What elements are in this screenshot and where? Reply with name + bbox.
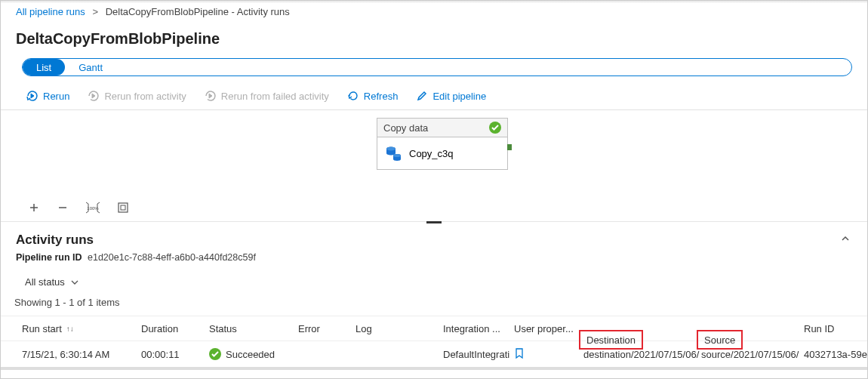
rerun-from-activity-button: Rerun from activity (88, 90, 186, 102)
view-toggle-list[interactable]: List (23, 59, 65, 75)
view-toggle: List Gantt (22, 58, 852, 76)
rerun-button[interactable]: Rerun (26, 90, 69, 102)
rerun-from-failed-button: Rerun from failed activity (205, 90, 329, 102)
rerun-activity-icon (88, 90, 100, 102)
breadcrumb-separator: > (92, 6, 98, 17)
pipeline-run-id-value: e1d20e1c-7c88-4eff-a6b0-a440fd28c59f (88, 252, 256, 263)
pipeline-canvas[interactable]: Copy data Copy_c3q (1, 110, 867, 197)
success-check-icon (489, 122, 501, 134)
cell-run-id: 4032713a-59e0-41 (804, 349, 867, 360)
zoom-out-button[interactable] (57, 202, 69, 214)
col-integration[interactable]: Integration ... (443, 323, 514, 334)
chevron-up-icon (840, 233, 851, 244)
col-error[interactable]: Error (298, 323, 356, 334)
activity-name: Copy_c3q (409, 148, 454, 159)
refresh-button[interactable]: Refresh (347, 90, 399, 102)
cell-source: source/2021/07/15/06/ (701, 349, 804, 360)
activity-card-copy[interactable]: Copy data Copy_c3q (377, 118, 508, 170)
bookmark-icon (514, 348, 525, 359)
breadcrumb-current: DeltaCopyFromBlobPipeline - Activity run… (106, 6, 290, 17)
col-user-properties[interactable]: User proper... (514, 323, 583, 334)
zoom-in-button[interactable] (28, 202, 40, 214)
activity-output-port[interactable] (507, 144, 512, 150)
sort-arrows-icon: ↑↓ (66, 325, 74, 333)
svg-text:100%: 100% (87, 206, 99, 211)
cell-duration: 00:00:11 (141, 349, 209, 360)
activity-runs-heading: Activity runs (16, 233, 94, 248)
svg-point-4 (393, 154, 401, 157)
zoom-100-button[interactable]: 100% (85, 202, 100, 214)
cell-user-properties[interactable] (514, 348, 583, 361)
view-toggle-gantt[interactable]: Gantt (65, 59, 116, 75)
col-status[interactable]: Status (209, 323, 298, 334)
zoom-fit-button[interactable] (117, 202, 129, 214)
col-log[interactable]: Log (356, 323, 443, 334)
database-icon (385, 145, 402, 162)
svg-rect-6 (119, 203, 128, 212)
chevron-down-icon (71, 279, 78, 286)
col-run-id[interactable]: Run ID (804, 323, 867, 334)
cell-integration: DefaultIntegrati (443, 349, 514, 360)
col-duration[interactable]: Duration (141, 323, 209, 334)
activity-table-header: Run start ↑↓ Duration Status Error Log I… (1, 316, 867, 341)
panel-resize-handle[interactable] (1, 222, 867, 225)
refresh-icon (347, 90, 359, 102)
success-check-icon (209, 348, 221, 360)
rerun-icon (26, 90, 38, 102)
svg-rect-7 (121, 205, 125, 210)
showing-count: Showing 1 - 1 of 1 items (1, 295, 867, 316)
pipeline-run-id-row: Pipeline run ID e1d20e1c-7c88-4eff-a6b0-… (1, 251, 867, 273)
col-run-start[interactable]: Run start ↑↓ (22, 323, 141, 334)
status-filter-dropdown[interactable]: All status (16, 273, 867, 291)
rerun-failed-icon (205, 90, 217, 102)
pencil-icon (416, 90, 428, 102)
page-title: DeltaCopyFromBlobPipeline (1, 21, 867, 58)
breadcrumb: All pipeline runs > DeltaCopyFromBlobPip… (1, 3, 867, 21)
breadcrumb-root-link[interactable]: All pipeline runs (16, 6, 85, 17)
cell-status: Succeeded (209, 348, 298, 360)
activity-type-label: Copy data (383, 122, 428, 134)
svg-point-2 (386, 147, 396, 151)
cell-destination: destination/2021/07/15/06/ (583, 349, 701, 360)
cell-run-start: 7/15/21, 6:30:14 AM (22, 349, 141, 360)
edit-pipeline-button[interactable]: Edit pipeline (416, 90, 486, 102)
pipeline-run-id-label: Pipeline run ID (16, 252, 82, 263)
collapse-panel-button[interactable] (840, 233, 851, 247)
